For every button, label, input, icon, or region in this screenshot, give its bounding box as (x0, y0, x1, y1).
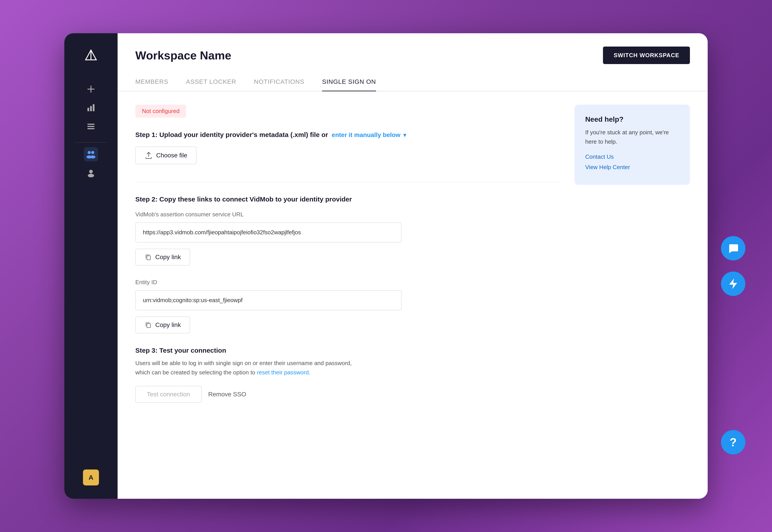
tab-single-sign-on[interactable]: SINGLE SIGN ON (322, 73, 376, 91)
entity-id-input[interactable] (135, 290, 402, 310)
sidebar-item-users[interactable] (84, 147, 98, 161)
help-description: If you're stuck at any point, we're here… (585, 128, 679, 146)
header: Workspace Name SWITCH WORKSPACE (117, 33, 708, 64)
choose-file-button[interactable]: Choose file (135, 147, 197, 164)
sidebar-divider (75, 142, 107, 143)
chat-float-button[interactable] (721, 236, 745, 260)
sidebar-item-chart[interactable] (84, 101, 98, 115)
divider-1 (135, 182, 561, 182)
reset-password-link[interactable]: reset their password. (257, 369, 310, 376)
tab-bar: MEMBERS ASSET LOCKER NOTIFICATIONS SINGL… (117, 73, 708, 91)
help-panel: Need help? If you're stuck at any point,… (574, 105, 690, 485)
status-badge: Not configured (135, 105, 186, 118)
svg-rect-3 (87, 89, 94, 90)
svg-rect-8 (87, 126, 94, 127)
assertion-url-label: VidMob's assertion consumer service URL (135, 211, 561, 218)
content-body: Not configured Step 1: Upload your ident… (117, 91, 708, 499)
svg-rect-4 (87, 108, 89, 111)
step2-section: Step 2: Copy these links to connect VidM… (135, 196, 561, 333)
svg-point-13 (90, 155, 95, 158)
sidebar-item-stack[interactable] (84, 119, 98, 133)
sso-form: Not configured Step 1: Upload your ident… (135, 105, 561, 485)
sidebar: A (64, 33, 117, 499)
step3-title: Step 3: Test your connection (135, 347, 561, 354)
main-content: Workspace Name SWITCH WORKSPACE MEMBERS … (117, 33, 708, 499)
step3-section: Step 3: Test your connection Users will … (135, 347, 561, 403)
copy-link-button-1[interactable]: Copy link (135, 249, 190, 266)
step1-section: Step 1: Upload your identity provider's … (135, 131, 561, 164)
help-float-button[interactable]: ? (721, 430, 745, 454)
sidebar-logo[interactable] (82, 47, 100, 64)
help-box: Need help? If you're stuck at any point,… (574, 105, 690, 185)
svg-rect-5 (90, 106, 92, 111)
tab-notifications[interactable]: NOTIFICATIONS (254, 73, 304, 91)
view-help-center-link[interactable]: View Help Center (585, 164, 679, 171)
bolt-float-button[interactable] (721, 272, 745, 296)
step3-description: Users will be able to log in with single… (135, 359, 357, 377)
svg-point-10 (88, 151, 91, 154)
step2-title: Step 2: Copy these links to connect VidM… (135, 196, 561, 203)
svg-rect-9 (87, 128, 94, 129)
dropdown-arrow-icon: ▼ (402, 132, 407, 138)
svg-rect-17 (147, 324, 150, 328)
copy-link-label-2: Copy link (155, 321, 181, 329)
svg-point-14 (89, 170, 93, 173)
svg-point-11 (91, 151, 94, 154)
svg-marker-18 (729, 278, 737, 289)
switch-workspace-button[interactable]: SWITCH WORKSPACE (603, 47, 690, 64)
avatar[interactable]: A (83, 469, 99, 485)
help-title: Need help? (585, 115, 679, 123)
copy-link-button-2[interactable]: Copy link (135, 317, 190, 333)
svg-point-15 (88, 174, 94, 177)
step1-title: Step 1: Upload your identity provider's … (135, 131, 561, 139)
enter-manually-link[interactable]: enter it manually below ▼ (332, 131, 407, 138)
svg-rect-6 (93, 104, 94, 111)
choose-file-label: Choose file (156, 152, 187, 159)
sidebar-item-person[interactable] (84, 166, 98, 180)
test-connection-button[interactable]: Test connection (135, 386, 202, 403)
assertion-url-input[interactable] (135, 222, 402, 243)
entity-id-label: Entity ID (135, 279, 561, 286)
action-row: Test connection Remove SSO (135, 386, 561, 403)
svg-rect-7 (87, 124, 94, 125)
page-title: Workspace Name (135, 49, 232, 62)
sidebar-item-add[interactable] (84, 82, 98, 96)
remove-sso-button[interactable]: Remove SSO (208, 391, 246, 398)
tab-members[interactable]: MEMBERS (135, 73, 168, 91)
svg-rect-16 (147, 256, 150, 260)
contact-us-link[interactable]: Contact Us (585, 153, 679, 160)
copy-link-label-1: Copy link (155, 254, 181, 261)
tab-asset-locker[interactable]: ASSET LOCKER (186, 73, 236, 91)
